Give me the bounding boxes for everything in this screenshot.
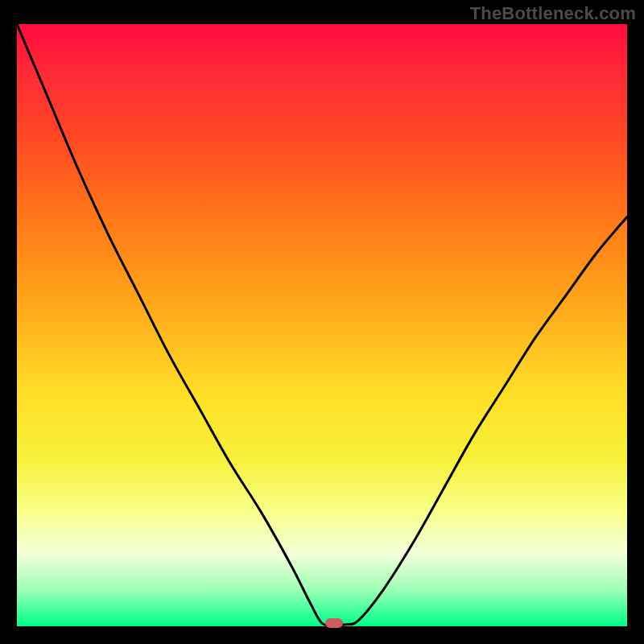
watermark-text: TheBottleneck.com [470, 3, 636, 24]
chart-frame: TheBottleneck.com [0, 0, 644, 644]
plot-area [17, 24, 627, 626]
bottleneck-curve [17, 24, 627, 626]
optimum-marker [325, 618, 343, 628]
